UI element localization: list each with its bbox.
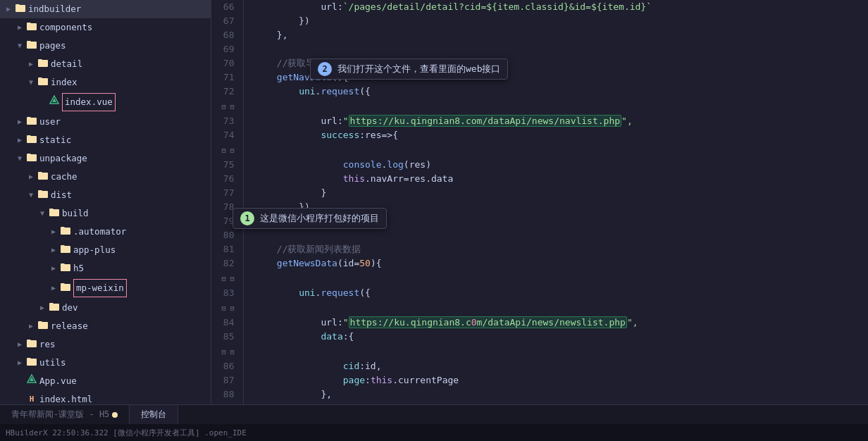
- bottom-tab-0[interactable]: 青年帮新闻-课堂版 - H5: [0, 405, 130, 424]
- tree-item-dev[interactable]: ▶dev: [0, 299, 211, 317]
- tree-item-index[interactable]: ▼index: [0, 73, 211, 92]
- highlighted-item-mp-weixin: mp-weixin: [73, 279, 127, 297]
- tree-item-user[interactable]: ▶user: [0, 113, 211, 131]
- status-text: HBuilderX 22:50:36.322 [微信小程序开发者工具] .ope…: [6, 428, 247, 438]
- tree-label-components: components: [39, 20, 92, 35]
- line-content-67: }): [243, 14, 868, 28]
- tree-item-pages[interactable]: ▼pages: [0, 37, 211, 55]
- fold-icon-74[interactable]: ⊟: [221, 147, 225, 154]
- code-line-74: 74 ⊟ success:res=>{: [211, 128, 868, 158]
- tree-icon-detail: [37, 56, 49, 72]
- tree-item-detail[interactable]: ▶detail: [0, 55, 211, 73]
- tree-item-index.vue[interactable]: index.vue: [0, 92, 211, 113]
- file-explorer[interactable]: ▶indbuilder▶components▼pages▶detail▼inde…: [0, 0, 211, 404]
- tree-item-dist[interactable]: ▼dist: [0, 186, 211, 204]
- tree-item-.automator[interactable]: ▶.automator: [0, 223, 211, 241]
- annotation-text-1: 这是微信小程序打包好的项目: [260, 212, 379, 225]
- line-number-73: 73: [211, 114, 243, 128]
- tree-icon-index: [37, 75, 49, 90]
- code-line-67: 67 }): [211, 14, 868, 28]
- code-line-77: 77 }: [211, 186, 868, 200]
- annotation-badge-2: 2: [318, 62, 332, 76]
- tree-arrow-.automator: ▶: [48, 224, 59, 240]
- tab-dot-0: [112, 412, 118, 418]
- tree-arrow-index: ▼: [25, 75, 37, 90]
- status-bar: HBuilderX 22:50:36.322 [微信小程序开发者工具] .ope…: [0, 424, 868, 441]
- code-line-82: 82 ⊟ getNewsData(id=50){: [211, 256, 868, 286]
- tree-icon-dist: [37, 187, 49, 203]
- line-number-71: 71: [211, 70, 243, 85]
- tree-item-mp-weixin[interactable]: ▶mp-weixin: [0, 278, 211, 299]
- highlighted-item-index.vue: index.vue: [62, 93, 116, 111]
- tree-label-.automator: .automator: [73, 224, 126, 240]
- tree-arrow-cache: ▶: [25, 169, 37, 185]
- line-number-89: 89 ⊟: [211, 402, 243, 404]
- tree-item-res[interactable]: ▶res: [0, 335, 211, 354]
- line-number-86: 86: [211, 359, 243, 373]
- line-number-75: 75: [211, 158, 243, 172]
- tree-item-release[interactable]: ▶release: [0, 317, 211, 335]
- line-number-81: 81: [211, 242, 243, 256]
- code-line-73: 73 url:"https://ku.qingnian8.com/dataApi…: [211, 114, 868, 128]
- tree-item-unpackage[interactable]: ▼unpackage: [0, 149, 211, 168]
- tree-icon-res: [25, 337, 38, 352]
- code-line-85: 85 ⊟ data:{: [211, 330, 868, 359]
- line-content-81: //获取新闻列表数据: [243, 242, 868, 256]
- tree-arrow-utils: ▶: [14, 355, 25, 371]
- fold-icon-83[interactable]: ⊟: [221, 304, 225, 312]
- tree-label-detail: detail: [51, 56, 82, 72]
- tree-label-build: build: [62, 206, 89, 221]
- tree-label-mp-weixin: mp-weixin: [76, 282, 124, 293]
- tree-item-utils[interactable]: ▶utils: [0, 354, 211, 372]
- tree-item-h5[interactable]: ▶h5: [0, 259, 211, 278]
- tree-item-build[interactable]: ▼build: [0, 204, 211, 223]
- tree-label-index.html: index.html: [39, 392, 92, 404]
- tree-item-app-plus[interactable]: ▶app-plus: [0, 241, 211, 259]
- tree-item-cache[interactable]: ▶cache: [0, 168, 211, 186]
- fold-icon-85[interactable]: ⊟: [221, 348, 225, 356]
- tree-icon-index.vue: [48, 94, 61, 110]
- line-content-73: url:"https://ku.qingnian8.com/dataApi/ne…: [243, 114, 868, 128]
- tree-label-dev: dev: [62, 300, 78, 316]
- tree-icon-dev: [48, 300, 61, 316]
- code-line-89: 89 ⊟ success:res=>{: [211, 402, 868, 404]
- code-line-69: 69: [211, 42, 868, 56]
- tree-item-components[interactable]: ▶components: [0, 18, 211, 37]
- tree-arrow-pages: ▼: [14, 38, 25, 54]
- code-line-84: 84 url:"https://ku.qingnian8.c0m/dataApi…: [211, 316, 868, 330]
- tree-icon-.automator: [59, 224, 72, 240]
- tree-label-pages: pages: [39, 38, 66, 54]
- tree-icon-components: [25, 20, 38, 35]
- tree-label-app-plus: app-plus: [73, 242, 116, 258]
- tree-icon-indbuilder: [14, 1, 27, 17]
- tree-icon-mp-weixin: [59, 280, 72, 296]
- annotation-text-2: 我们打开这个文件，查看里面的web接口: [337, 63, 500, 75]
- fold-icon-82[interactable]: ⊟: [221, 275, 225, 282]
- code-line-83: 83 ⊟ uni.request({: [211, 286, 868, 316]
- tree-item-App.vue[interactable]: App.vue: [0, 372, 211, 390]
- tree-icon-unpackage: [25, 151, 38, 166]
- line-number-68: 68: [211, 28, 243, 42]
- tree-arrow-dev: ▶: [37, 300, 48, 316]
- line-content-87: page:this.currentPage: [243, 373, 868, 387]
- tree-arrow-user: ▶: [14, 114, 25, 130]
- annotation-index-vue: 2 我们打开这个文件，查看里面的web接口: [310, 58, 508, 80]
- tree-arrow-indbuilder: ▶: [3, 1, 14, 17]
- tree-arrow-dist: ▼: [25, 187, 37, 203]
- fold-icon-72[interactable]: ⊟: [221, 103, 225, 111]
- tree-item-static[interactable]: ▶static: [0, 131, 211, 149]
- bottom-tab-1[interactable]: 控制台: [130, 405, 178, 424]
- line-content-69: [243, 42, 868, 56]
- line-content-83: uni.request({: [243, 286, 868, 316]
- tree-icon-utils: [25, 355, 38, 371]
- line-number-72: 72 ⊟: [211, 85, 243, 114]
- tree-label-unpackage: unpackage: [39, 151, 87, 166]
- tree-label-cache: cache: [51, 169, 78, 185]
- tree-arrow-res: ▶: [14, 337, 25, 352]
- code-line-87: 87 page:this.currentPage: [211, 373, 868, 387]
- code-editor: 66 url:`/pages/detail/detail?cid=${item.…: [211, 0, 868, 404]
- tree-item-indbuilder[interactable]: ▶indbuilder: [0, 0, 211, 18]
- line-number-70: 70: [211, 56, 243, 70]
- line-number-88: 88: [211, 387, 243, 402]
- tree-item-index.html[interactable]: Hindex.html: [0, 390, 211, 404]
